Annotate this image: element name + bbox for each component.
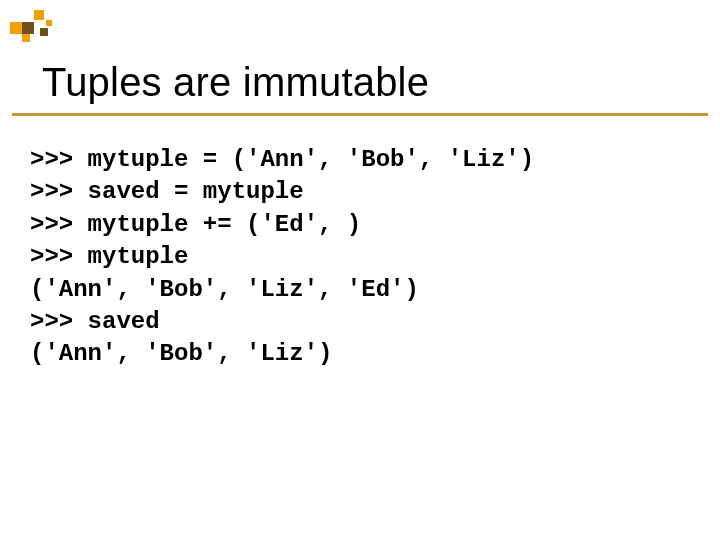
code-line: >>> saved bbox=[30, 308, 160, 335]
slide: Tuples are immutable >>> mytuple = ('Ann… bbox=[0, 0, 720, 540]
code-line: >>> mytuple += ('Ed', ) bbox=[30, 211, 361, 238]
code-block: >>> mytuple = ('Ann', 'Bob', 'Liz') >>> … bbox=[0, 116, 720, 371]
code-line: ('Ann', 'Bob', 'Liz') bbox=[30, 340, 332, 367]
title-area: Tuples are immutable bbox=[12, 0, 708, 116]
code-line: >>> mytuple = ('Ann', 'Bob', 'Liz') bbox=[30, 146, 534, 173]
slide-title: Tuples are immutable bbox=[42, 60, 678, 105]
corner-decoration bbox=[10, 10, 58, 58]
code-line: ('Ann', 'Bob', 'Liz', 'Ed') bbox=[30, 276, 419, 303]
code-line: >>> saved = mytuple bbox=[30, 178, 304, 205]
code-line: >>> mytuple bbox=[30, 243, 188, 270]
